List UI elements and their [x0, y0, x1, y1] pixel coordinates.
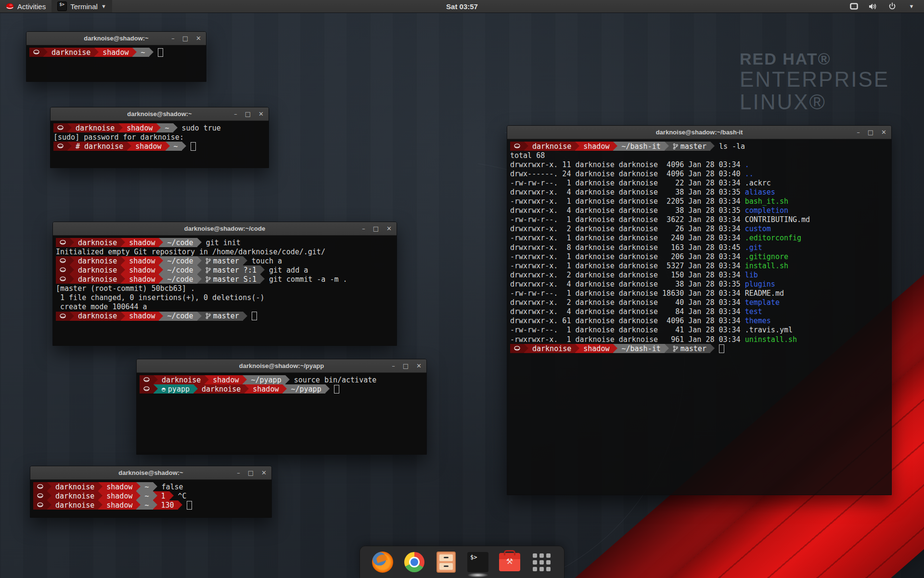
screen-icon[interactable] — [849, 2, 859, 11]
red-hat-icon — [33, 50, 39, 55]
powerline-separator — [169, 491, 174, 500]
command-text: git add a — [269, 266, 308, 275]
prompt-segment-user: darknoise — [74, 275, 121, 284]
file-name: lib — [745, 271, 758, 279]
minimize-button[interactable]: – — [234, 111, 237, 117]
maximize-button[interactable]: □ — [182, 35, 188, 41]
prompt-segment-host: shadow — [579, 344, 613, 353]
prompt-segment-path: ~ — [141, 500, 153, 510]
system-tray: ▼ — [849, 2, 924, 11]
terminal-line: darknoiseshadow~/codegit init — [56, 238, 397, 247]
close-button[interactable]: ✕ — [196, 35, 201, 41]
dock-item-firefox[interactable] — [372, 551, 394, 573]
close-button[interactable]: ✕ — [881, 129, 886, 135]
maximize-button[interactable]: □ — [403, 363, 409, 369]
chevron-down-icon[interactable]: ▼ — [907, 2, 916, 11]
dock-item-app-grid[interactable] — [530, 551, 552, 573]
volume-icon[interactable] — [868, 2, 878, 11]
terminal-line: Initialized empty Git repository in /hom… — [56, 247, 397, 256]
window-titlebar[interactable]: darknoise@shadow:~–□✕ — [26, 32, 206, 45]
prompt-segment-hat — [53, 142, 67, 151]
minimize-button[interactable]: – — [362, 225, 365, 232]
power-icon[interactable] — [887, 2, 897, 11]
ls-row-meta: -rw-rw-r--. 1 darknoise darknoise 22 Jan… — [510, 179, 745, 187]
window-titlebar[interactable]: darknoise@shadow:~/bash-it–□✕ — [507, 126, 891, 139]
prompt-segment-user: darknoise — [74, 238, 121, 247]
file-name: CONTRIBUTING.md — [745, 215, 810, 224]
prompt-segment-host: shadow — [131, 142, 165, 151]
minimize-button[interactable]: – — [392, 363, 395, 369]
dock-item-terminal[interactable]: $> — [467, 551, 489, 573]
close-button[interactable]: ✕ — [258, 111, 264, 117]
dock-item-toolbox[interactable] — [499, 551, 521, 573]
powerline-separator — [178, 500, 182, 510]
terminal-line: darknoiseshadow~false — [33, 482, 271, 491]
red-hat-icon — [60, 314, 66, 319]
activities-button[interactable]: Activities — [0, 0, 51, 13]
terminal-body[interactable]: darknoiseshadow~ — [26, 45, 206, 82]
powerline-separator — [127, 142, 131, 151]
clock[interactable]: Sat 03:57 — [446, 2, 478, 11]
firefox-icon — [372, 552, 393, 573]
red-hat-icon — [60, 258, 66, 263]
red-hat-icon — [514, 144, 520, 149]
powerline-separator — [156, 123, 161, 132]
maximize-button[interactable]: □ — [248, 470, 254, 476]
terminal-body[interactable]: darknoiseshadow~falsedarknoiseshadow~1^C… — [30, 480, 271, 518]
prompt-segment-hat — [56, 312, 70, 321]
window-titlebar[interactable]: darknoise@shadow:~–□✕ — [51, 107, 269, 121]
prompt-segment-path: ~/pyapp — [247, 375, 285, 384]
command-text: touch a — [252, 257, 282, 265]
maximize-button[interactable]: □ — [245, 111, 251, 117]
close-button[interactable]: ✕ — [386, 225, 392, 232]
dock-item-files[interactable] — [435, 551, 457, 573]
app-grid-icon — [533, 553, 551, 571]
prompt-segment-hat — [33, 482, 47, 491]
prompt-segment-host: shadow — [125, 238, 159, 247]
terminal-line: drwxrwxr-x. 61 darknoise darknoise 4096 … — [510, 316, 891, 326]
prompt-segment-venv: ◓pyapp — [158, 384, 193, 394]
prompt-segment-host: shadow — [125, 312, 159, 321]
powerline-separator — [197, 275, 202, 284]
prompt-segment-host: shadow — [123, 123, 156, 132]
powerline-separator — [70, 238, 74, 247]
file-name: .gitignore — [745, 252, 788, 261]
powerline-separator — [710, 344, 715, 353]
red-hat-icon — [37, 493, 43, 499]
terminal-body[interactable]: darknoiseshadow~/codegit initInitialized… — [53, 236, 397, 346]
window-titlebar[interactable]: darknoise@shadow:~–□✕ — [30, 466, 271, 480]
git-branch-icon — [205, 258, 211, 264]
prompt-segment-path: ~/code — [163, 312, 197, 321]
toolbox-icon — [499, 553, 520, 571]
powerline-separator — [260, 265, 265, 275]
branding-red-hat: RED HAT® — [740, 50, 889, 68]
terminal-window-home-small: darknoise@shadow:~–□✕darknoiseshadow~ — [26, 31, 206, 82]
maximize-button[interactable]: □ — [373, 225, 379, 232]
file-name: completion — [745, 206, 788, 215]
ls-row-meta: drwxrwxr-x. 11 darknoise darknoise 4096 … — [510, 160, 745, 169]
file-name: install.sh — [745, 262, 788, 270]
terminal-cursor — [191, 142, 196, 151]
red-hat-icon — [60, 267, 66, 273]
ls-row-meta: -rwxrwxr-x. 1 darknoise darknoise 240 Ja… — [510, 234, 745, 242]
terminal-body[interactable]: darknoiseshadow~/bash-itmasterls -latota… — [507, 139, 891, 495]
window-titlebar[interactable]: darknoise@shadow:~/pyapp–□✕ — [137, 359, 426, 373]
minimize-button[interactable]: – — [171, 35, 175, 41]
terminal-line: [sudo] password for darknoise: — [53, 132, 269, 142]
terminal-line: darknoiseshadow~/codemaster S:1git commi… — [56, 275, 397, 284]
maximize-button[interactable]: □ — [868, 129, 873, 135]
app-menu-terminal[interactable]: $> Terminal ▼ — [51, 0, 112, 13]
terminal-line: ◓pyappdarknoiseshadow~/pyapp — [140, 384, 426, 394]
terminal-body[interactable]: darknoiseshadow~sudo true[sudo] password… — [51, 121, 269, 168]
minimize-button[interactable]: – — [857, 129, 860, 135]
window-titlebar[interactable]: darknoise@shadow:~/code–□✕ — [53, 222, 397, 236]
close-button[interactable]: ✕ — [416, 363, 422, 369]
dock-item-chrome[interactable] — [403, 551, 425, 573]
terminal-body[interactable]: darknoiseshadow~/pyappsource bin/activat… — [137, 373, 426, 455]
prompt-segment-user: darknoise — [48, 48, 94, 57]
minimize-button[interactable]: – — [237, 470, 240, 476]
red-hat-icon — [514, 346, 520, 351]
close-button[interactable]: ✕ — [261, 470, 267, 476]
terminal-line: -rw-rw-r--. 1 darknoise darknoise 41 Jan… — [510, 326, 891, 335]
git-branch-icon — [205, 276, 211, 283]
